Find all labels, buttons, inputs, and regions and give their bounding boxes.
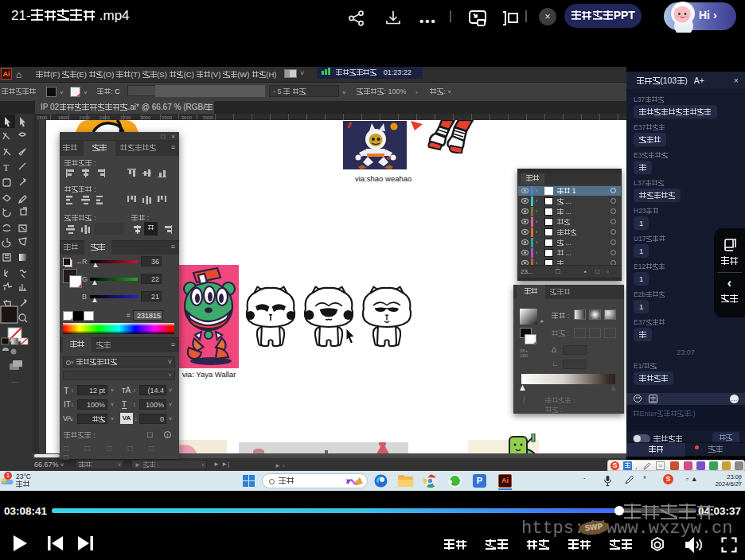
svg-text:…: … (11, 376, 18, 384)
svg-text:T: T (3, 162, 10, 173)
